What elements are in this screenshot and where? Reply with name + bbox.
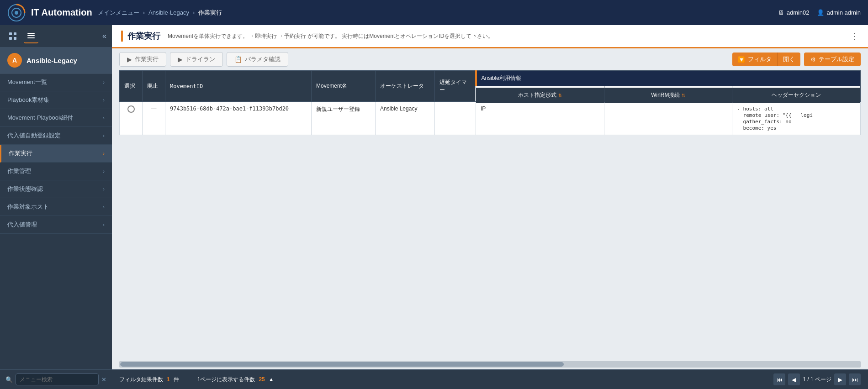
sidebar-item-work-host[interactable]: 作業対象ホスト › — [0, 198, 112, 216]
dry-run-icon: ▶ — [178, 56, 183, 63]
chevron-right-icon: › — [103, 79, 105, 85]
th-orchestrator: オーケストレータ — [376, 71, 435, 102]
user-icon: 👤 — [817, 9, 824, 16]
logo-icon — [7, 4, 26, 22]
param-check-button[interactable]: 📋 パラメタ確認 — [227, 52, 288, 67]
scrollbar-thumb[interactable] — [120, 362, 564, 367]
page-description: Movementを単体実行できます。 ・即時実行 ・予約実行 が可能です。 実行… — [168, 32, 843, 40]
prev-page-button[interactable]: ◀ — [788, 373, 800, 385]
app-title: IT Automation — [31, 7, 92, 18]
sidebar-item-work-status[interactable]: 作業状態確認 › — [0, 180, 112, 198]
screen-section: 🖥 admin02 — [778, 9, 810, 16]
sidebar: « A Ansible-Legacy Movement一覧 › Playbook… — [0, 25, 112, 389]
sort-icon[interactable]: ⇅ — [682, 93, 685, 98]
filter-button[interactable]: 🔽 フィルタ — [732, 53, 777, 66]
th-movement-name: Movement名 — [312, 71, 376, 102]
chevron-right-icon: › — [103, 151, 105, 156]
cell-disabled: — — [143, 102, 165, 135]
sidebar-item-movement-playbook[interactable]: Movement-Playbook紐付 › — [0, 109, 112, 127]
more-options-icon[interactable]: ⋮ — [851, 31, 859, 41]
toolbar-left: ▶ 作業実行 ▶ ドライラン 📋 パラメタ確認 — [119, 52, 288, 67]
gear-icon: ⚙ — [810, 56, 816, 63]
cell-host-format: IP — [476, 102, 604, 135]
page-info: 1 / 1 ページ — [803, 376, 831, 384]
svg-rect-3 — [9, 32, 12, 35]
table-settings-button[interactable]: ⚙ テーブル設定 — [804, 53, 861, 66]
cell-winrm — [604, 102, 732, 135]
svg-rect-8 — [27, 35, 35, 36]
dry-run-button[interactable]: ▶ ドライラン — [170, 52, 223, 67]
nav-main-menu[interactable]: メインメニュー — [98, 9, 139, 17]
th-delay-timer: 遅延タイマー — [435, 71, 476, 102]
sidebar-search: 🔍 ✕ — [0, 369, 112, 389]
header: IT Automation メインメニュー › Ansible-Legacy ›… — [0, 0, 868, 25]
sidebar-grid-view-button[interactable] — [5, 29, 20, 43]
sidebar-icon-group — [5, 29, 38, 43]
last-page-button[interactable]: ⏭ — [849, 373, 861, 385]
table-area[interactable]: 選択 廃止 MovementID Movement名 オーケストレータ 遅延タイ… — [112, 70, 868, 359]
main-content: 作業実行 Movementを単体実行できます。 ・即時実行 ・予約実行 が可能で… — [112, 25, 868, 389]
per-page-value: 25 — [259, 376, 265, 383]
result-count-unit: 件 — [174, 376, 179, 384]
user-name: admin admin — [827, 9, 861, 16]
monitor-icon: 🖥 — [778, 9, 784, 16]
svg-rect-9 — [27, 37, 35, 38]
th-movement-id: MovementID — [165, 71, 312, 102]
chevron-right-icon: › — [103, 222, 105, 227]
toolbar: ▶ 作業実行 ▶ ドライラン 📋 パラメタ確認 🔽 フィルタ — [112, 48, 868, 70]
chevron-right-icon: › — [103, 115, 105, 121]
cell-select[interactable] — [120, 102, 143, 135]
chevron-right-icon: › — [103, 168, 105, 174]
nav-sep-1: › — [143, 9, 145, 16]
per-page-label: 1ページに表示する件数 — [197, 376, 255, 384]
scrollbar-track — [120, 362, 860, 367]
chevron-right-icon: › — [103, 97, 105, 103]
header-left: IT Automation メインメニュー › Ansible-Legacy ›… — [7, 4, 222, 22]
horizontal-scrollbar[interactable] — [119, 361, 861, 368]
sidebar-collapse-button[interactable]: « — [102, 32, 106, 40]
user-section: 👤 admin admin — [817, 9, 861, 16]
sidebar-item-movement-list[interactable]: Movement一覧 › — [0, 74, 112, 91]
svg-rect-4 — [14, 32, 16, 35]
chevron-right-icon: › — [103, 186, 105, 192]
breadcrumb: メインメニュー › Ansible-Legacy › 作業実行 — [98, 9, 222, 17]
toolbar-right: 🔽 フィルタ 開く ⚙ テーブル設定 — [732, 53, 861, 66]
sidebar-item-playbook[interactable]: Playbook素材集 › — [0, 91, 112, 109]
chevron-right-icon: › — [103, 204, 105, 210]
radio-button[interactable] — [127, 105, 135, 113]
sidebar-item-work-execute[interactable]: 作業実行 › — [0, 145, 112, 163]
first-page-button[interactable]: ⏮ — [773, 373, 785, 385]
nav-ansible-legacy[interactable]: Ansible-Legacy — [148, 9, 189, 16]
th-disabled: 廃止 — [143, 71, 165, 102]
clear-icon[interactable]: ✕ — [101, 376, 106, 383]
screen-name: admin02 — [787, 9, 810, 16]
sort-icon[interactable]: ⇅ — [558, 93, 562, 98]
header-right: 🖥 admin02 👤 admin admin — [778, 9, 861, 16]
execute-button[interactable]: ▶ 作業実行 — [119, 52, 166, 67]
result-count: 1 — [167, 376, 170, 383]
filter-icon: 🔽 — [738, 56, 745, 63]
sidebar-list-view-button[interactable] — [24, 29, 38, 43]
sidebar-top: « — [0, 25, 112, 47]
sidebar-item-substitution-auto[interactable]: 代入値自動登録設定 › — [0, 127, 112, 145]
svg-rect-5 — [9, 37, 12, 40]
cell-header-section: - hosts: all remote_user: "{{ __logi gat… — [732, 102, 861, 135]
th-select: 選択 — [120, 71, 143, 102]
filter-result-label: フィルタ結果件数 — [119, 376, 163, 384]
cell-orchestrator: Ansible Legacy — [376, 102, 435, 135]
th-ansible-info: Ansible利用情報 — [476, 71, 861, 86]
sidebar-item-work-manage[interactable]: 作業管理 › — [0, 163, 112, 180]
sidebar-brand-name: Ansible-Legacy — [26, 57, 77, 64]
next-page-button[interactable]: ▶ — [834, 373, 846, 385]
chevron-up-icon[interactable]: ▲ — [269, 376, 274, 383]
search-input[interactable] — [16, 373, 99, 385]
page-header: 作業実行 Movementを単体実行できます。 ・即時実行 ・予約実行 が可能で… — [112, 25, 868, 48]
filter-open-button[interactable]: 開く — [777, 53, 800, 66]
cell-movement-name: 新規ユーザー登録 — [312, 102, 376, 135]
sidebar-item-substitution-manage[interactable]: 代入値管理 › — [0, 216, 112, 234]
th-winrm: WinRM接続 ⇅ — [604, 87, 732, 103]
sidebar-brand-icon: A — [7, 53, 22, 68]
th-host-format: ホスト指定形式 ⇅ — [476, 87, 604, 103]
execute-icon: ▶ — [127, 56, 132, 63]
svg-point-2 — [15, 11, 18, 15]
